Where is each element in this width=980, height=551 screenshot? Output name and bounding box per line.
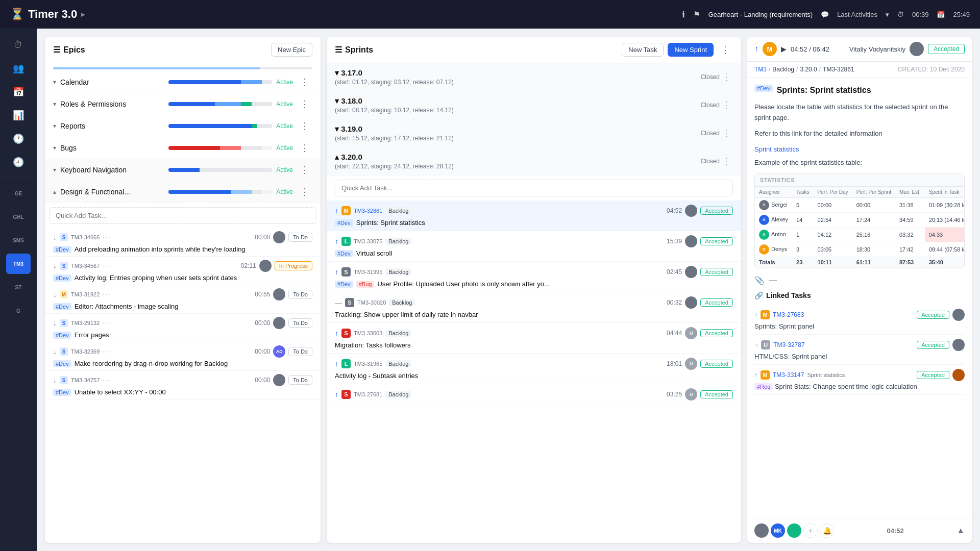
task-status-badge[interactable]: To Do — [288, 347, 312, 356]
epic-menu-button[interactable]: ⋮ — [297, 76, 312, 89]
status-badge: Active — [276, 79, 293, 86]
task-id: TM3-33075 — [354, 238, 382, 244]
sprints-panel-menu-button[interactable]: ⋮ — [718, 43, 733, 57]
sidebar-item-ge[interactable]: GE — [6, 183, 31, 204]
task-time: 00:00 — [255, 234, 270, 241]
epic-menu-button[interactable]: ⋮ — [297, 185, 312, 198]
new-epic-button[interactable]: New Epic — [271, 43, 312, 57]
linked-task-id[interactable]: TM3-32787 — [773, 341, 804, 348]
play-icon[interactable]: ▶ — [781, 45, 787, 53]
sidebar-item-calendar[interactable]: 📅 — [6, 82, 31, 102]
sidebar-item-sms[interactable]: SMS — [6, 230, 31, 251]
epic-menu-button[interactable]: ⋮ — [297, 163, 312, 177]
sprint-menu-button[interactable]: ⋮ — [720, 156, 733, 167]
quick-add-input[interactable] — [49, 207, 316, 224]
task-id: TM3-31922 — [71, 291, 100, 297]
task-status-badge[interactable]: To Do — [288, 233, 312, 242]
task-options[interactable]: ··· — [103, 262, 111, 269]
task-status-badge[interactable]: Accepted — [700, 329, 733, 337]
task-priority-arrow: ↑ — [335, 390, 338, 398]
footer-time: 04:52 — [887, 527, 903, 535]
new-sprint-button[interactable]: New Sprint — [668, 43, 714, 57]
project-name[interactable]: Gearheart - Landing (requirements) — [708, 11, 813, 18]
detail-title: Sprints: Sprint statistics — [777, 85, 871, 96]
epic-row-calendar[interactable]: ▾ Calendar Active ⋮ — [45, 71, 321, 93]
task-id: TM3-32861 — [354, 208, 382, 214]
task-status-badge[interactable]: To Do — [288, 375, 312, 385]
sprint-header-319[interactable]: ▾ 3.19.0 (start: 15.12, staging: 17.12, … — [327, 119, 741, 147]
sprint-menu-button[interactable]: ⋮ — [720, 128, 733, 139]
sidebar-item-st[interactable]: ST — [6, 277, 31, 297]
sidebar-item-g[interactable]: G — [6, 300, 31, 321]
task-options[interactable]: ··· — [103, 234, 111, 241]
task-status-badge[interactable]: Accepted — [700, 298, 733, 307]
sprint-header-320[interactable]: ▴ 3.20.0 (start: 22.12, staging: 24.12, … — [327, 147, 741, 176]
task-status-badge[interactable]: In Progress — [275, 261, 312, 270]
task-options[interactable]: ··· — [103, 291, 111, 298]
backlog-badge: Backlog — [385, 268, 411, 276]
backlog-badge: Backlog — [389, 299, 415, 306]
epic-row-bugs[interactable]: ▾ Bugs Active ⋮ — [45, 137, 321, 159]
task-status-badge[interactable]: Accepted — [700, 390, 733, 398]
sidebar-item-chart[interactable]: 📊 — [6, 105, 31, 126]
breadcrumb-version[interactable]: 3.20.0 — [800, 66, 817, 73]
sidebar-item-ghl[interactable]: GHL — [6, 207, 31, 227]
notify-button[interactable]: 🔔 — [820, 523, 834, 538]
new-task-button[interactable]: New Task — [622, 43, 664, 57]
sprint-version: ▴ 3.20.0 — [335, 153, 701, 162]
task-priority-badge: M — [761, 310, 770, 319]
sprint-version: ▾ 3.17.0 — [335, 68, 701, 78]
sprint-header-318[interactable]: ▾ 3.18.0 (start: 08.12, staging: 10.12, … — [327, 91, 741, 119]
breadcrumb-backlog[interactable]: Backlog — [772, 66, 794, 73]
sidebar-item-tm3[interactable]: TM3 — [6, 254, 31, 274]
sidebar-item-timer[interactable]: ⏱ — [6, 35, 31, 55]
status-badge: Active — [276, 122, 293, 130]
col-ppd: Perf. Per Day — [814, 187, 852, 198]
task-options[interactable]: ··· — [103, 348, 111, 355]
task-id: TM3-34757 — [71, 377, 100, 383]
stats-row: SSergei 5 00:00 00:00 31:38 01:09 (30:28… — [755, 197, 965, 212]
task-status-badge[interactable]: Accepted — [700, 360, 733, 368]
info-icon[interactable]: ℹ — [682, 10, 685, 19]
hourglass-icon: ⏳ — [10, 8, 24, 21]
chat-icon[interactable]: 💬 — [821, 11, 829, 18]
sprint-statistics-link[interactable]: Sprint statistics — [754, 145, 799, 153]
add-watcher-button[interactable]: + — [803, 523, 818, 538]
task-status-badge[interactable]: Accepted — [700, 207, 733, 215]
linked-task-id[interactable]: TM3-33147 — [773, 371, 804, 379]
epic-row-reports[interactable]: ▾ Reports Active ⋮ — [45, 115, 321, 137]
epic-menu-button[interactable]: ⋮ — [297, 141, 312, 155]
breadcrumb-id[interactable]: TM3-32861 — [823, 66, 854, 73]
task-options[interactable]: ··· — [103, 377, 111, 384]
epic-menu-button[interactable]: ⋮ — [297, 119, 312, 133]
scroll-up-icon[interactable]: ▲ — [957, 526, 965, 535]
task-status-badge[interactable]: Accepted — [700, 237, 733, 245]
chevron-icon: ▾ — [53, 122, 56, 130]
detail-status-badge[interactable]: Accepted — [928, 44, 965, 54]
task-status-badge[interactable]: To Do — [288, 318, 312, 328]
task-options[interactable]: ··· — [103, 319, 111, 327]
sprint-quick-add-input[interactable] — [335, 180, 733, 196]
bug-tag: #Bug — [356, 281, 375, 288]
sprint-task-row: ↑ S TM3-27681 Backlog 03:25 U Accepted — [327, 384, 741, 405]
sidebar-item-clock[interactable]: 🕐 — [6, 129, 31, 149]
sprint-menu-button[interactable]: ⋮ — [720, 99, 733, 111]
task-status-badge[interactable]: To Do — [288, 290, 312, 299]
sidebar-item-history[interactable]: 🕘 — [6, 152, 31, 172]
list-icon: ☰ — [53, 45, 60, 55]
flag-icon[interactable]: ⚑ — [693, 10, 700, 19]
epic-row-design[interactable]: ▴ Design & Functional... Active ⋮ — [45, 181, 321, 203]
epic-row-keyboard-nav[interactable]: ▾ Keyboard Navigation Active ⋮ — [45, 159, 321, 181]
linked-task-id[interactable]: TM3-27683 — [773, 311, 804, 318]
epic-row-roles[interactable]: ▾ Roles & Permissions Active ⋮ — [45, 93, 321, 115]
sidebar-item-users[interactable]: 👥 — [6, 58, 31, 79]
paperclip-icon[interactable]: 📎 — [754, 276, 765, 285]
sprint-menu-button[interactable]: ⋮ — [720, 71, 733, 83]
sprint-header-317[interactable]: ▾ 3.17.0 (start: 01.12, staging: 03.12, … — [327, 63, 741, 91]
epic-menu-button[interactable]: ⋮ — [297, 97, 312, 111]
last-activities-button[interactable]: Last Activities — [837, 11, 877, 18]
task-status-badge[interactable]: Accepted — [700, 268, 733, 276]
app-logo[interactable]: ⏳ Timer 3.0 ▸ — [10, 8, 85, 21]
task-name: Add preloading animation into sprints wh… — [75, 245, 246, 253]
breadcrumb-tm3[interactable]: TM3 — [754, 66, 767, 73]
